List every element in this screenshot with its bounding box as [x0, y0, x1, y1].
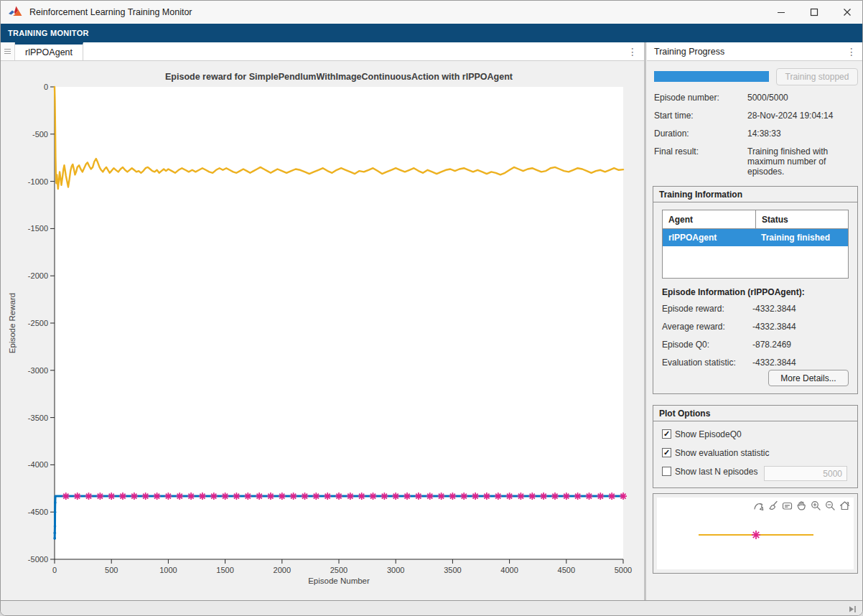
svg-text:Episode Reward: Episode Reward: [8, 293, 17, 353]
episode-field-label: Average reward:: [662, 322, 752, 332]
document-tab-bar: rlPPOAgent ⋮: [1, 42, 645, 61]
figure-area: 0-500-1000-1500-2000-2500-3000-3500-4000…: [1, 61, 644, 600]
pan-icon[interactable]: [796, 500, 808, 512]
svg-text:-4500: -4500: [28, 508, 48, 516]
episode-information-title: Episode Information (rlPPOAgent):: [662, 287, 805, 297]
axes-toolbar: [752, 500, 851, 512]
progress-row: Training stopped: [654, 67, 858, 87]
training-information-box: Training Information AgentStatus rlPPOAg…: [653, 186, 858, 394]
svg-text:-1500: -1500: [28, 224, 48, 233]
svg-text:5000: 5000: [615, 566, 632, 574]
progress-field-value: 28-Nov-2024 19:04:14: [747, 111, 858, 121]
svg-text:0: 0: [52, 566, 57, 574]
progress-field-label: Episode number:: [654, 93, 747, 103]
episode-field-label: Episode reward:: [662, 304, 752, 314]
episode-field-label: Episode Q0:: [662, 340, 752, 350]
svg-text:2000: 2000: [274, 566, 291, 574]
svg-text:3000: 3000: [387, 566, 404, 574]
tab-grip-handle[interactable]: [1, 42, 15, 60]
episode-field-row: Episode reward:-4332.3844: [662, 304, 850, 314]
minimize-button[interactable]: [765, 1, 798, 24]
panel-divider[interactable]: [644, 42, 646, 600]
status-bar: [1, 600, 863, 616]
overview-plot-box: [653, 493, 858, 574]
svg-text:-500: -500: [32, 130, 48, 139]
agent-table-body: rlPPOAgentTraining finished: [663, 229, 848, 246]
agent-status-table: AgentStatus rlPPOAgentTraining finished: [662, 210, 849, 279]
svg-text:2500: 2500: [330, 566, 347, 574]
svg-text:4500: 4500: [558, 566, 575, 574]
zoom-in-icon[interactable]: [810, 500, 822, 512]
app-window: Reinforcement Learning Training Monitor …: [0, 0, 863, 616]
episode-reward-chart: 0-500-1000-1500-2000-2500-3000-3500-4000…: [1, 61, 644, 600]
svg-text:Episode reward for SimplePendl: Episode reward for SimplePendlumWithImag…: [165, 72, 513, 82]
svg-text:0: 0: [44, 83, 48, 91]
maximize-button[interactable]: [798, 1, 831, 24]
progress-field-row: Final result:Training finished with maxi…: [654, 146, 858, 177]
column-header-status: Status: [755, 210, 848, 228]
last-n-episodes-input[interactable]: [764, 466, 847, 481]
episode-information-fields: Episode reward:-4332.3844Average reward:…: [662, 304, 850, 375]
checkbox-box[interactable]: ✓: [662, 448, 671, 457]
training-progress-title: Training Progress: [654, 47, 724, 57]
tab-rlppoagent[interactable]: rlPPOAgent: [15, 42, 83, 60]
agent-table-header: AgentStatus: [663, 210, 848, 229]
checkbox-show-evaluation-statistic[interactable]: ✓Show evaluation statistic: [662, 447, 857, 459]
episode-field-row: Episode Q0:-878.2469: [662, 340, 850, 350]
status-cell: Training finished: [755, 229, 848, 246]
progress-field-value: 14:38:33: [747, 129, 858, 139]
svg-text:-1000: -1000: [28, 177, 48, 186]
svg-text:-3000: -3000: [28, 366, 48, 375]
svg-text:1000: 1000: [159, 566, 177, 574]
plot-options-title: Plot Options: [653, 406, 857, 421]
progress-field-label: Final result:: [654, 146, 747, 177]
svg-text:-4000: -4000: [28, 460, 48, 469]
checkbox-box[interactable]: [662, 467, 671, 476]
column-header-agent: Agent: [663, 210, 755, 228]
stop-training-button[interactable]: Training stopped: [776, 68, 858, 85]
training-progress-fill: [654, 71, 769, 82]
plot-options-box: Plot Options ✓Show EpisodeQ0✓Show evalua…: [653, 405, 858, 488]
svg-text:1500: 1500: [216, 566, 233, 574]
svg-text:-2500: -2500: [28, 319, 48, 327]
progress-field-row: Episode number:5000/5000: [654, 93, 858, 103]
svg-text:Episode Number: Episode Number: [308, 577, 370, 585]
window-title: Reinforcement Learning Training Monitor: [29, 7, 192, 17]
svg-text:3500: 3500: [444, 566, 461, 574]
svg-text:4000: 4000: [500, 566, 518, 574]
checkbox-label: Show last N episodes: [675, 467, 757, 477]
brush-icon[interactable]: [767, 500, 779, 512]
progress-field-row: Duration:14:38:33: [654, 129, 858, 139]
zoom-out-icon[interactable]: [824, 500, 836, 512]
episode-field-value: -878.2469: [752, 340, 850, 350]
episode-field-value: -4332.3844: [752, 322, 850, 332]
collapse-panel-icon[interactable]: [847, 604, 858, 615]
training-information-title: Training Information: [653, 187, 857, 202]
agent-table-row[interactable]: rlPPOAgentTraining finished: [663, 229, 848, 246]
training-progress-panel: Training stopped Episode number:5000/500…: [647, 61, 863, 600]
export-icon[interactable]: [752, 500, 765, 512]
progress-field-value: 5000/5000: [747, 93, 858, 103]
checkbox-show-episodeq0[interactable]: ✓Show EpisodeQ0: [662, 428, 857, 440]
restore-view-icon[interactable]: [839, 500, 851, 512]
episode-field-row: Average reward:-4332.3844: [662, 322, 850, 332]
more-details-button[interactable]: More Details...: [768, 370, 849, 386]
checkbox-label: Show evaluation statistic: [675, 448, 769, 458]
progress-field-value: Training finished with maximum number of…: [747, 146, 858, 177]
panel-overflow-menu-icon[interactable]: ⋮: [846, 46, 857, 57]
progress-field-label: Start time:: [654, 111, 747, 121]
episode-field-value: -4332.3844: [752, 304, 850, 314]
toolstrip: TRAINING MONITOR: [1, 24, 863, 42]
episode-field-value: -4332.3844: [752, 358, 850, 368]
figure-overflow-menu-icon[interactable]: ⋮: [628, 42, 638, 60]
datatips-icon[interactable]: [781, 500, 793, 512]
tab-training-monitor[interactable]: TRAINING MONITOR: [1, 29, 96, 37]
title-bar: Reinforcement Learning Training Monitor: [1, 1, 863, 24]
checkbox-box[interactable]: ✓: [662, 429, 671, 439]
svg-text:-3500: -3500: [28, 414, 48, 422]
close-button[interactable]: [831, 1, 863, 24]
checkbox-label: Show EpisodeQ0: [675, 429, 742, 439]
agent-cell: rlPPOAgent: [663, 229, 755, 246]
progress-field-row: Start time:28-Nov-2024 19:04:14: [654, 111, 858, 121]
progress-field-label: Duration:: [654, 129, 747, 139]
